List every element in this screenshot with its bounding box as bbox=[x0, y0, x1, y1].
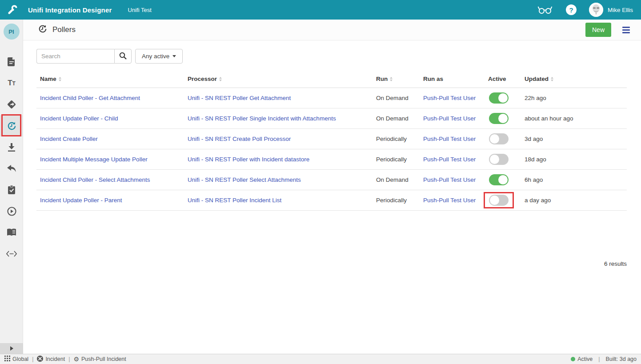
poller-name-link[interactable]: Incident Multiple Message Update Poller bbox=[40, 156, 148, 163]
poller-name-link[interactable]: Incident Child Poller - Select Attachmen… bbox=[40, 176, 150, 183]
status-label: Active bbox=[577, 356, 593, 362]
table-row: Incident Create PollerUnifi - SN REST Cr… bbox=[36, 129, 627, 149]
active-filter-dropdown[interactable]: Any active bbox=[135, 49, 183, 64]
cell-run: Periodically bbox=[373, 149, 420, 170]
cell-run-as: Push-Pull Test User bbox=[420, 190, 485, 211]
cell-updated: about an hour ago bbox=[521, 108, 627, 129]
run-as-user-link[interactable]: Push-Pull Test User bbox=[423, 95, 476, 101]
cell-name: Incident Child Poller - Get Attachment bbox=[36, 88, 184, 108]
cell-active bbox=[485, 88, 521, 108]
sidebar-item-responses[interactable] bbox=[0, 158, 23, 179]
workspace-avatar[interactable]: PI bbox=[4, 24, 20, 40]
app-title: Unifi Integration Designer bbox=[28, 6, 112, 14]
processor-link[interactable]: Unifi - SN REST Create Poll Processor bbox=[188, 136, 291, 142]
cell-run: On Demand bbox=[373, 108, 420, 129]
cell-processor: Unifi - SN REST Create Poll Processor bbox=[184, 129, 373, 149]
scope-indicator[interactable]: Global bbox=[4, 356, 28, 363]
separator: | bbox=[32, 356, 33, 362]
sidebar-expand-button[interactable] bbox=[0, 343, 23, 354]
poller-name-link[interactable]: Incident Update Poller - Parent bbox=[40, 197, 122, 204]
active-toggle[interactable] bbox=[489, 113, 509, 124]
table-row: Incident Update Poller - ParentUnifi - S… bbox=[36, 190, 627, 211]
processor-link[interactable]: Unifi - SN REST Poller Single Incident w… bbox=[188, 115, 336, 122]
cell-active bbox=[485, 149, 521, 170]
search-button[interactable] bbox=[114, 49, 132, 64]
run-as-user-link[interactable]: Push-Pull Test User bbox=[423, 115, 476, 122]
column-header-updated[interactable]: Updated bbox=[521, 71, 627, 88]
processor-link[interactable]: Unifi - SN REST Poller with Incident dat… bbox=[188, 156, 309, 163]
run-as-user-link[interactable]: Push-Pull Test User bbox=[423, 156, 476, 163]
play-circle-icon bbox=[7, 207, 16, 216]
sidebar-item-fields[interactable]: TT bbox=[0, 72, 23, 94]
application-indicator[interactable]: Incident bbox=[37, 356, 65, 363]
column-header-name[interactable]: Name bbox=[36, 71, 184, 88]
cell-name: Incident Update Poller - Parent bbox=[36, 190, 184, 211]
cell-processor: Unifi - SN REST Poller Select Attachment… bbox=[184, 170, 373, 190]
sidebar-item-pollers[interactable] bbox=[0, 115, 23, 136]
user-name[interactable]: Mike Ellis bbox=[608, 7, 633, 13]
status-dot-icon bbox=[571, 357, 575, 361]
active-toggle[interactable] bbox=[489, 92, 509, 104]
processor-link[interactable]: Unifi - SN REST Poller Incident List bbox=[188, 197, 281, 204]
cell-run-as: Push-Pull Test User bbox=[420, 170, 485, 190]
column-header-processor[interactable]: Processor bbox=[184, 71, 373, 88]
updated-value: a day ago bbox=[525, 197, 551, 204]
active-toggle[interactable] bbox=[489, 174, 509, 185]
new-button[interactable]: New bbox=[585, 23, 611, 37]
cell-run: Periodically bbox=[373, 190, 420, 211]
integration-indicator[interactable]: ⚙ Push-Pull Incident bbox=[73, 356, 126, 362]
sidebar-item-documents[interactable] bbox=[0, 51, 23, 72]
wrench-icon bbox=[8, 5, 17, 15]
cell-updated: 6h ago bbox=[521, 170, 627, 190]
toggle-knob bbox=[498, 93, 508, 103]
cell-run-as: Push-Pull Test User bbox=[420, 149, 485, 170]
poller-name-link[interactable]: Incident Update Poller - Child bbox=[40, 115, 118, 122]
poller-name-link[interactable]: Incident Child Poller - Get Attachment bbox=[40, 95, 140, 101]
table-row: Incident Child Poller - Select Attachmen… bbox=[36, 170, 627, 190]
updated-value: 6h ago bbox=[525, 176, 543, 183]
run-as-user-link[interactable]: Push-Pull Test User bbox=[423, 197, 476, 204]
cell-processor: Unifi - SN REST Poller Single Incident w… bbox=[184, 108, 373, 129]
table-row: Incident Child Poller - Get AttachmentUn… bbox=[36, 88, 627, 108]
cell-active bbox=[485, 129, 521, 149]
sidebar-item-import[interactable] bbox=[0, 136, 23, 158]
search-input[interactable] bbox=[36, 49, 114, 64]
run-value: On Demand bbox=[376, 95, 409, 101]
processor-link[interactable]: Unifi - SN REST Poller Select Attachment… bbox=[188, 176, 301, 183]
sidebar-item-mapping[interactable] bbox=[0, 94, 23, 115]
menu-icon[interactable] bbox=[621, 25, 631, 35]
poller-icon bbox=[7, 121, 16, 131]
grid-icon bbox=[4, 356, 10, 363]
scope-label: Global bbox=[12, 356, 28, 362]
user-avatar[interactable] bbox=[589, 3, 603, 17]
poller-title-icon bbox=[38, 24, 47, 35]
run-value: On Demand bbox=[376, 115, 409, 122]
cell-active bbox=[485, 190, 521, 211]
help-icon[interactable]: ? bbox=[566, 4, 577, 15]
active-toggle[interactable] bbox=[489, 195, 509, 206]
run-as-user-link[interactable]: Push-Pull Test User bbox=[423, 176, 476, 183]
sidebar-item-triggers[interactable] bbox=[0, 200, 23, 222]
sidebar-item-scripts[interactable] bbox=[0, 243, 23, 264]
pollers-table-body: Incident Child Poller - Get AttachmentUn… bbox=[36, 88, 627, 211]
cell-active bbox=[485, 170, 521, 190]
processor-link[interactable]: Unifi - SN REST Poller Get Attachment bbox=[188, 95, 291, 101]
cell-processor: Unifi - SN REST Poller Incident List bbox=[184, 190, 373, 211]
column-header-run[interactable]: Run bbox=[373, 71, 420, 88]
run-as-user-link[interactable]: Push-Pull Test User bbox=[423, 136, 476, 142]
run-value: Periodically bbox=[376, 197, 407, 204]
sort-icon bbox=[219, 77, 222, 81]
poller-name-link[interactable]: Incident Create Poller bbox=[40, 136, 98, 142]
cell-run: On Demand bbox=[373, 88, 420, 108]
updated-value: about an hour ago bbox=[525, 115, 573, 122]
sidebar-item-tasks[interactable] bbox=[0, 179, 23, 200]
active-toggle[interactable] bbox=[489, 154, 509, 165]
sidebar-item-documentation[interactable] bbox=[0, 222, 23, 243]
active-toggle[interactable] bbox=[489, 133, 509, 144]
built-label: Built: 3d ago bbox=[606, 356, 637, 362]
gear-icon: ⚙ bbox=[73, 356, 79, 362]
chevron-down-icon bbox=[172, 55, 176, 57]
application-label: Incident bbox=[45, 356, 65, 362]
workspace-name[interactable]: Unifi Test bbox=[128, 7, 152, 13]
glasses-icon[interactable] bbox=[537, 5, 553, 15]
